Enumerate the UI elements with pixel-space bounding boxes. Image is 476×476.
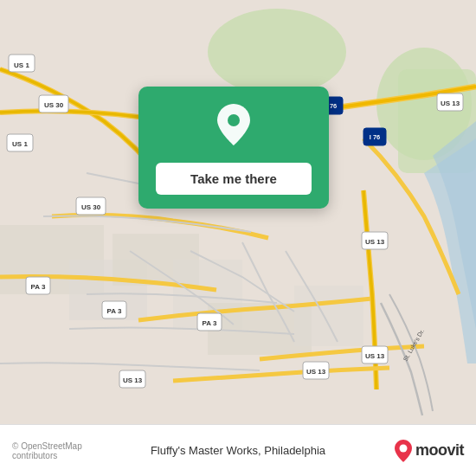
bottom-bar: © OpenStreetMap contributors Fluffy's Ma… xyxy=(0,424,476,476)
svg-text:US 13: US 13 xyxy=(123,376,143,384)
location-pin-icon xyxy=(215,102,253,151)
svg-text:PA 3: PA 3 xyxy=(107,307,122,315)
svg-text:US 30: US 30 xyxy=(81,203,101,211)
moovit-pin-icon xyxy=(394,439,413,463)
moovit-logo: moovit xyxy=(356,439,465,463)
map-container: US 1 US 30 US 1 US 30 I 76 I 76 US 13 US… xyxy=(0,0,476,424)
svg-point-1 xyxy=(208,9,346,95)
svg-text:US 13: US 13 xyxy=(441,100,460,107)
svg-text:PA 3: PA 3 xyxy=(31,283,46,291)
svg-text:US 13: US 13 xyxy=(306,368,326,376)
take-me-there-button[interactable]: Take me there xyxy=(156,163,312,195)
moovit-label: moovit xyxy=(415,441,464,460)
map-background: US 1 US 30 US 1 US 30 I 76 I 76 US 13 US… xyxy=(0,0,476,424)
svg-rect-9 xyxy=(294,286,363,346)
copyright-text: © OpenStreetMap contributors xyxy=(12,441,121,460)
svg-text:I 76: I 76 xyxy=(370,133,381,141)
svg-point-39 xyxy=(228,114,240,126)
svg-text:US 13: US 13 xyxy=(365,352,385,360)
svg-text:US 1: US 1 xyxy=(14,61,29,69)
place-name: Fluffy's Master Works, Philadelphia xyxy=(130,444,347,457)
popup-card: Take me there xyxy=(138,87,329,209)
svg-text:US 30: US 30 xyxy=(44,101,64,109)
svg-text:PA 3: PA 3 xyxy=(203,319,217,327)
svg-text:US 1: US 1 xyxy=(12,140,28,148)
svg-point-40 xyxy=(399,444,407,452)
svg-text:US 13: US 13 xyxy=(365,238,385,246)
